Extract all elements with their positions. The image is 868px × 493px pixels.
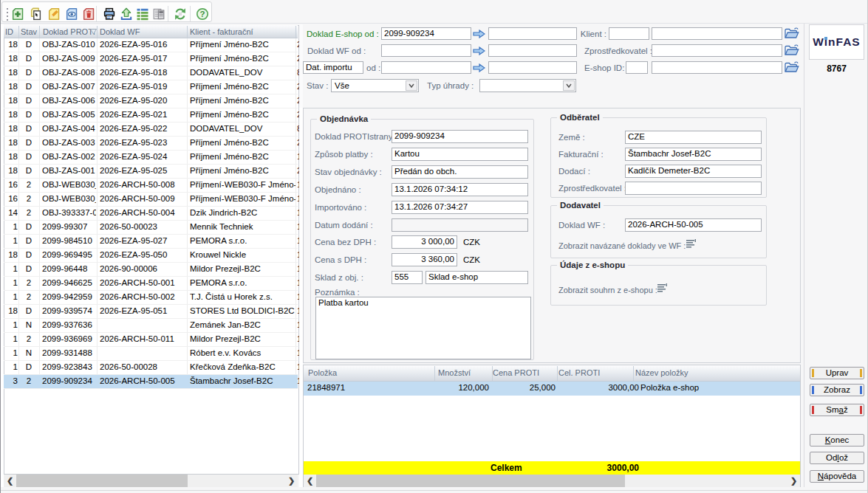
svg-text:?: ? [199,10,205,18]
